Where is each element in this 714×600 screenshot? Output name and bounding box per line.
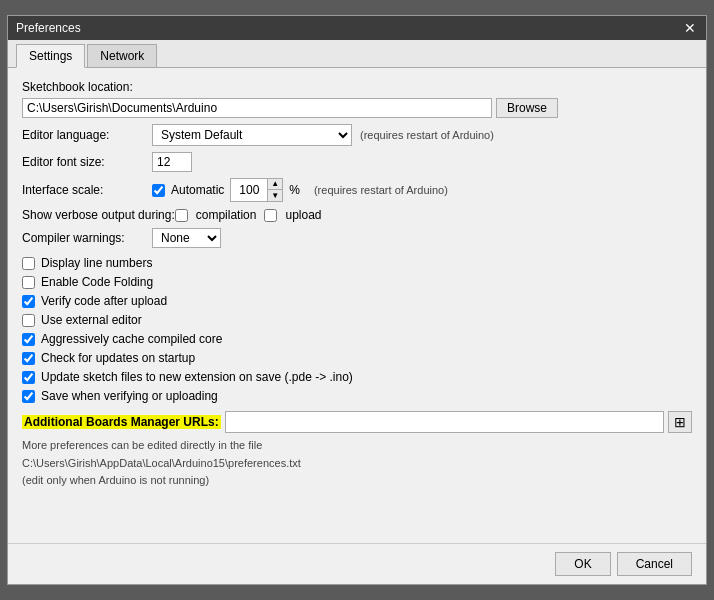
scale-spinner: ▲ ▼ [230,178,283,202]
check-updates-checkbox[interactable] [22,352,35,365]
editor-language-row: Editor language: System Default (require… [22,124,692,146]
spin-down-button[interactable]: ▼ [268,190,282,201]
verbose-label: Show verbose output during: [22,208,175,222]
restart-note-1: (requires restart of Arduino) [360,129,494,141]
checkboxes-section: Display line numbers Enable Code Folding… [22,256,692,403]
check-updates-label: Check for updates on startup [41,351,195,365]
title-bar: Preferences ✕ [8,16,706,40]
scale-input[interactable] [231,181,267,199]
compiler-warnings-select[interactable]: None Default More All [152,228,221,248]
checkbox-verify-upload: Verify code after upload [22,294,692,308]
editor-language-select[interactable]: System Default [152,124,352,146]
sketchbook-input[interactable] [22,98,492,118]
save-verifying-label: Save when verifying or uploading [41,389,218,403]
additional-boards-row: Additional Boards Manager URLs: ⊞ [22,411,692,433]
ok-button[interactable]: OK [555,552,610,576]
editor-language-label: Editor language: [22,128,152,142]
interface-scale-label: Interface scale: [22,183,152,197]
compiler-row: Compiler warnings: None Default More All [22,228,692,248]
checkbox-save-verifying: Save when verifying or uploading [22,389,692,403]
external-editor-checkbox[interactable] [22,314,35,327]
browse-button[interactable]: Browse [496,98,558,118]
verbose-options: compilation upload [175,208,322,222]
sketchbook-label: Sketchbook location: [22,80,692,94]
interface-scale-row: Interface scale: Automatic ▲ ▼ % (requir… [22,178,692,202]
editor-font-label: Editor font size: [22,155,152,169]
automatic-checkbox[interactable] [152,184,165,197]
dialog-footer: OK Cancel [8,543,706,584]
compiler-warnings-label: Compiler warnings: [22,231,152,245]
additional-boards-label: Additional Boards Manager URLs: [22,415,221,429]
editor-font-input[interactable] [152,152,192,172]
info-line3: (edit only when Arduino is not running) [22,472,692,490]
spin-up-button[interactable]: ▲ [268,179,282,190]
display-line-checkbox[interactable] [22,257,35,270]
info-line2: C:\Users\Girish\AppData\Local\Arduino15\… [22,455,692,473]
sketchbook-row: Browse [22,98,692,118]
additional-boards-input[interactable] [225,411,664,433]
checkbox-external-editor: Use external editor [22,313,692,327]
checkbox-display-line: Display line numbers [22,256,692,270]
verify-upload-checkbox[interactable] [22,295,35,308]
percent-label: % [289,183,300,197]
external-editor-label: Use external editor [41,313,142,327]
cache-core-checkbox[interactable] [22,333,35,346]
update-sketch-checkbox[interactable] [22,371,35,384]
upload-label: upload [285,208,321,222]
checkbox-cache-core: Aggressively cache compiled core [22,332,692,346]
browse-icon: ⊞ [674,414,686,430]
tab-network[interactable]: Network [87,44,157,67]
checkbox-check-updates: Check for updates on startup [22,351,692,365]
automatic-label: Automatic [171,183,224,197]
cache-core-label: Aggressively cache compiled core [41,332,222,346]
tab-bar: Settings Network [8,40,706,68]
cancel-button[interactable]: Cancel [617,552,692,576]
save-verifying-checkbox[interactable] [22,390,35,403]
dialog-title: Preferences [16,21,81,35]
upload-checkbox[interactable] [264,209,277,222]
update-sketch-label: Update sketch files to new extension on … [41,370,353,384]
settings-content: Sketchbook location: Browse Editor langu… [8,68,706,543]
enable-folding-label: Enable Code Folding [41,275,153,289]
close-button[interactable]: ✕ [682,21,698,35]
restart-note-2: (requires restart of Arduino) [314,184,448,196]
verbose-row: Show verbose output during: compilation … [22,208,692,222]
checkbox-update-sketch: Update sketch files to new extension on … [22,370,692,384]
scale-controls: Automatic ▲ ▼ % (requires restart of Ard… [152,178,448,202]
preferences-dialog: Preferences ✕ Settings Network Sketchboo… [7,15,707,585]
info-text: More preferences can be edited directly … [22,437,692,490]
additional-browse-button[interactable]: ⊞ [668,411,692,433]
display-line-label: Display line numbers [41,256,152,270]
verify-upload-label: Verify code after upload [41,294,167,308]
info-line1: More preferences can be edited directly … [22,437,692,455]
compilation-label: compilation [196,208,257,222]
spin-buttons: ▲ ▼ [267,179,282,201]
tab-settings[interactable]: Settings [16,44,85,68]
checkbox-enable-folding: Enable Code Folding [22,275,692,289]
editor-font-row: Editor font size: [22,152,692,172]
compilation-checkbox[interactable] [175,209,188,222]
enable-folding-checkbox[interactable] [22,276,35,289]
